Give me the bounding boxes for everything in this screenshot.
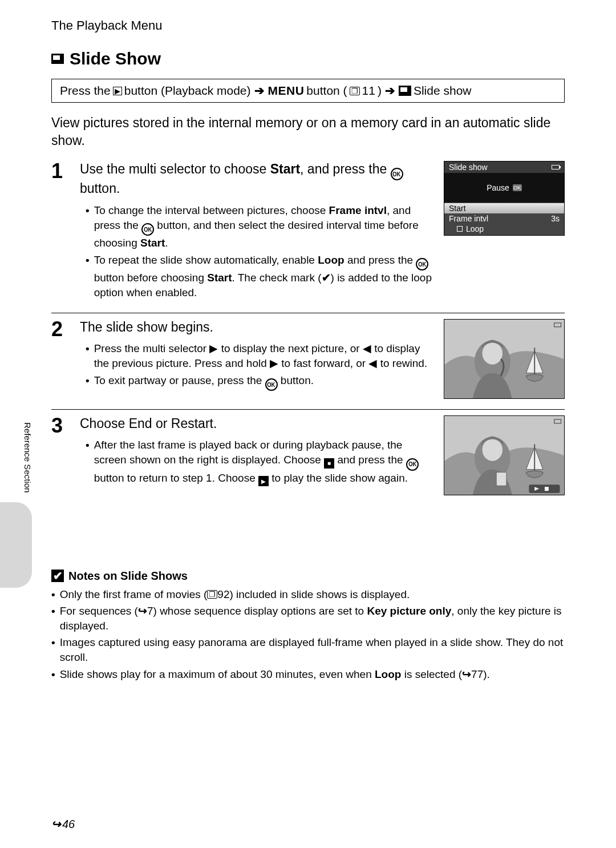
lcd-title: Slide show [449,163,488,172]
t-bold: Frame intvl [329,204,387,216]
nav-text: Press the [60,84,111,98]
page-title: Slide Show [51,49,565,68]
nav-text: Slide show [414,84,472,98]
nav-ref: 11 [362,84,375,98]
t: to rewind. [377,357,427,369]
step-number: 1 [51,161,71,302]
intro-text: View pictures stored in the internal mem… [51,114,565,150]
note-2: For sequences (7) whose sequence display… [51,604,565,633]
t: is selected ( [401,668,462,680]
t: For sequences ( [60,605,138,617]
t: to play the slide show again. [269,472,408,484]
ok-button-icon [416,258,428,270]
lcd-title-bar: Slide show [444,161,564,173]
ok-icon-small: OK [513,184,522,191]
step-3-bullet-1: After the last frame is played back or d… [86,438,432,486]
t: button before choosing [94,272,208,284]
svg-rect-12 [496,472,506,486]
arrow-icon [384,84,396,98]
step-number: 3 [51,415,71,495]
lcd-slide-show-menu: Slide show Pause OK Start Frame intvl 3s [444,161,565,236]
slide-show-icon [51,54,64,64]
play-button-icon [258,476,269,486]
ok-button-icon [141,223,154,236]
t: To exit partway or pause, press the [94,374,265,386]
step-3-title: Choose End or Restart. [80,415,432,433]
t-bold: Key picture only [367,605,451,617]
arrow-icon [253,84,266,98]
step-1-bullet-1: To change the interval between pictures,… [86,203,432,251]
t: . [165,237,168,249]
right-arrow-icon [209,342,218,354]
note-4: Slide shows play for a maximum of about … [51,667,565,682]
step-2-title: The slide show begins. [80,319,432,336]
ref-icon [51,817,61,831]
t: to fast forward, or [278,357,368,369]
t: 77). [471,668,490,680]
t: , and press the [300,161,391,176]
lcd-frame-label: Frame intvl [449,214,488,223]
step-1-title: Use the multi selector to choose Start, … [80,161,432,197]
divider [51,313,565,313]
left-arrow-icon [368,357,377,369]
t: to display the next picture, or [218,342,362,354]
ok-button-icon [406,458,419,471]
page-number: 46 [51,817,75,831]
t: Only the first frame of movies ( [60,588,208,600]
page-num-text: 46 [62,818,75,831]
t-bold: Start [207,272,232,284]
ok-button-icon [391,168,403,180]
playback-button-icon [113,87,122,95]
t-bold: Start [140,237,165,249]
lcd-loop-label: Loop [466,224,484,233]
title-text: Slide Show [70,49,161,68]
illustration-end-restart [444,415,565,495]
t: Press the multi selector [94,342,210,354]
svg-rect-10 [529,484,560,493]
note-v-icon [51,570,64,582]
step-3: 3 Choose End or Restart. After the last … [51,415,565,495]
step-2-bullet-2: To exit partway or pause, press the butt… [86,373,432,391]
menu-label: MENU [268,84,305,98]
t: Slide shows play for a maximum of about … [60,668,375,680]
lcd-loop-row: Loop [444,224,564,235]
step-1: 1 Use the multi selector to choose Start… [51,161,565,302]
t: and press the [345,254,416,266]
divider [51,409,565,410]
section-header: The Playback Menu [51,18,565,33]
slide-show-icon [399,86,411,96]
step-2: 2 The slide show begins. Press the multi… [51,319,565,399]
notes-section: Notes on Slide Shows Only the first fram… [51,570,565,682]
svg-rect-11 [545,487,549,491]
illustration-playback [444,319,565,399]
nav-text: button ( [306,84,347,98]
notes-title: Notes on Slide Shows [51,570,565,583]
t: To repeat the slide show automatically, … [94,254,318,266]
t: button. [80,181,120,196]
navigation-path: Press the button (Playback mode) MENU bu… [51,79,565,103]
book-ref-icon [207,590,217,599]
svg-point-4 [483,342,502,364]
t: Use the multi selector to choose [80,161,270,176]
ref-icon [462,668,471,680]
t: and press the [334,454,406,466]
t: . The check mark ( [232,272,322,284]
note-3: Images captured using easy panorama are … [51,635,565,664]
t-bold: Loop [375,668,401,680]
t: 7) whose sequence display options are se… [147,605,367,617]
lcd-frame-row: Frame intvl 3s [444,213,564,224]
t: button. [278,374,314,386]
step-1-bullet-2: To repeat the slide show automatically, … [86,253,432,300]
t-bold: Loop [318,254,344,266]
right-arrow-icon [270,357,278,369]
t-bold: Start [270,161,300,176]
ok-button-icon [265,378,278,391]
notes-title-text: Notes on Slide Shows [68,570,188,583]
checkbox-icon [457,226,463,232]
note-1: Only the first frame of movies (92) incl… [51,587,565,602]
step-number: 2 [51,319,71,399]
lcd-pause-row: Pause OK [444,173,564,203]
nav-text: button (Playback mode) [124,84,251,98]
t: button to return to step 1. Choose [94,472,258,484]
left-arrow-icon [363,342,371,354]
